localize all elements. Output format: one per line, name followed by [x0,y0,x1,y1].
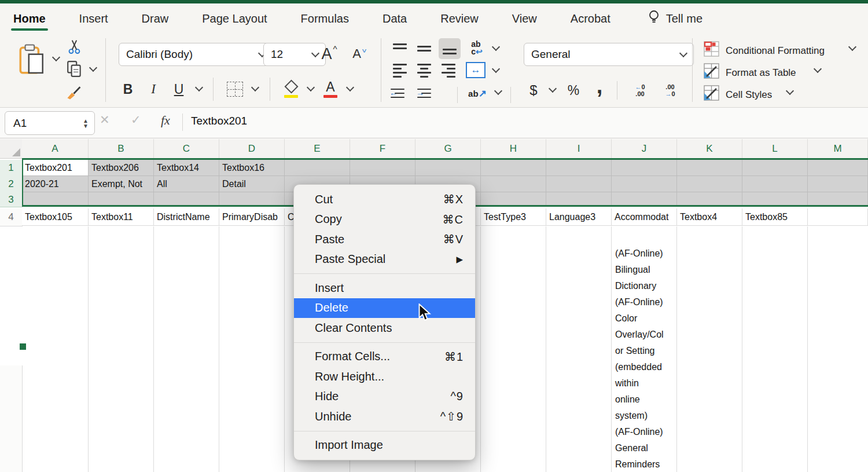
italic-button[interactable]: I [144,78,163,101]
cell-k4[interactable]: Textbox4 [677,208,742,226]
menu-item-copy[interactable]: Copy ⌘C [294,210,475,230]
cell-h1[interactable] [481,160,546,176]
cell-m2[interactable] [808,176,868,192]
cell-d2[interactable]: Detail [219,176,285,192]
currency-format-button[interactable]: $ [525,80,542,101]
cell-k2[interactable] [677,176,742,192]
menu-item-hide[interactable]: Hide ^9 [294,387,475,407]
bold-button[interactable]: B [118,78,138,101]
tab-acrobat[interactable]: Acrobat [567,3,614,34]
conditional-formatting-button[interactable] [703,41,720,57]
cell-j-wrapped-text[interactable]: (AF-Online) Bilingual Dictionary (AF-Onl… [615,246,675,472]
column-header-b[interactable]: B [89,139,154,158]
decrease-decimal-button[interactable]: .00 →0 [657,79,683,102]
fill-handle[interactable] [19,342,27,351]
paste-button[interactable] [14,41,50,79]
menu-item-insert[interactable]: Insert [294,278,475,298]
column-header-l[interactable]: L [742,139,808,158]
column-header-e[interactable]: E [285,139,350,158]
borders-button[interactable] [225,80,245,98]
menu-item-paste-special[interactable]: Paste Special ▶ [294,250,475,270]
cell-i2[interactable] [546,176,612,192]
cell-d4[interactable]: PrimaryDisab [219,208,285,226]
align-bottom-button[interactable] [439,38,461,59]
wrap-text-chevron[interactable] [492,43,500,51]
name-box-spinner[interactable]: ▲ ▼ [83,118,89,129]
cell-j1[interactable] [612,160,677,176]
row-header-3[interactable]: 3 [0,192,23,207]
column-header-h[interactable]: H [481,139,546,158]
align-top-button[interactable] [391,41,409,57]
row-header-4[interactable]: 4 [0,208,23,226]
increase-indent-button[interactable]: → [415,85,436,102]
formula-input[interactable]: Textbox201 [191,115,247,127]
cell-c1[interactable]: Textbox14 [154,160,219,176]
borders-chevron[interactable] [251,83,259,92]
cell-styles-label[interactable]: Cell Styles [726,87,772,103]
cell-g1[interactable] [415,160,481,176]
conditional-formatting-chevron[interactable] [848,43,856,51]
align-center-button[interactable] [415,63,433,79]
increase-font-button[interactable]: A^ [317,42,341,66]
format-painter-button[interactable] [62,82,86,103]
underline-chevron[interactable] [195,83,203,92]
cell-f1[interactable] [350,160,415,176]
tab-view[interactable]: View [509,3,540,34]
orientation-chevron[interactable] [494,87,502,95]
tab-formulas[interactable]: Formulas [297,3,352,34]
column-header-a[interactable]: A [22,139,89,158]
cell-l2[interactable] [742,176,808,192]
cell-b2[interactable]: Exempt, Not [89,176,154,192]
row-header-2[interactable]: 2 [0,176,23,193]
conditional-formatting-label[interactable]: Conditional Formatting [726,43,825,59]
format-as-table-label[interactable]: Format as Table [726,65,796,81]
decrease-font-button[interactable]: A^ [347,42,372,66]
cell-i1[interactable] [546,160,612,176]
percent-format-button[interactable]: % [564,80,583,101]
cell-i4[interactable]: Language3 [546,208,612,226]
column-header-k[interactable]: K [677,139,742,158]
font-name-select[interactable]: Calibri (Body) [119,43,273,66]
cell-a4[interactable]: Textbox105 [22,208,89,226]
cell-l4[interactable]: Textbox85 [742,208,808,226]
format-as-table-chevron[interactable] [814,65,822,73]
cut-button[interactable] [65,38,84,56]
comma-format-button[interactable]: , [591,74,608,97]
font-color-button[interactable]: A [319,76,341,101]
fill-color-button[interactable] [280,78,302,101]
cell-c2[interactable]: All [154,176,219,192]
column-header-m[interactable]: M [808,139,868,158]
cell-styles-chevron[interactable] [786,87,794,95]
cell-m1[interactable] [808,160,868,176]
cell-l1[interactable] [742,160,808,176]
fill-color-chevron[interactable] [307,83,315,92]
cell-styles-button[interactable] [703,85,720,101]
column-header-c[interactable]: C [154,139,219,158]
menu-item-import-image[interactable]: Import Image [294,436,475,456]
insert-function-button[interactable]: fx [161,113,170,128]
cell-a2[interactable]: 2020-21 [22,176,89,192]
decrease-indent-button[interactable]: ← [389,85,410,102]
menu-item-paste[interactable]: Paste ⌘V [294,229,475,250]
align-middle-button[interactable] [415,41,433,57]
menu-item-clear-contents[interactable]: Clear Contents [294,318,475,338]
align-left-button[interactable] [391,63,409,79]
cell-d1[interactable]: Textbox16 [219,160,285,176]
name-box[interactable]: A1 ▲ ▼ [5,111,95,135]
copy-menu-chevron[interactable] [89,64,97,72]
tab-page-layout[interactable]: Page Layout [198,3,270,34]
copy-button[interactable] [65,59,84,79]
number-format-select[interactable]: General [524,43,694,66]
font-color-chevron[interactable] [346,83,354,92]
menu-item-row-height[interactable]: Row Height... [294,367,475,387]
font-size-select[interactable]: 12 [263,43,326,66]
menu-item-cut[interactable]: Cut ⌘X [294,189,475,210]
cell-k1[interactable] [677,160,742,176]
column-header-j[interactable]: J [612,139,677,158]
cell-m4[interactable] [808,208,868,226]
row-header-1[interactable]: 1 [0,160,23,177]
menu-item-delete[interactable]: Delete [294,298,475,319]
select-all-corner[interactable] [0,139,23,159]
merge-center-button[interactable]: ↔ [465,60,486,80]
format-as-table-button[interactable] [703,63,720,79]
